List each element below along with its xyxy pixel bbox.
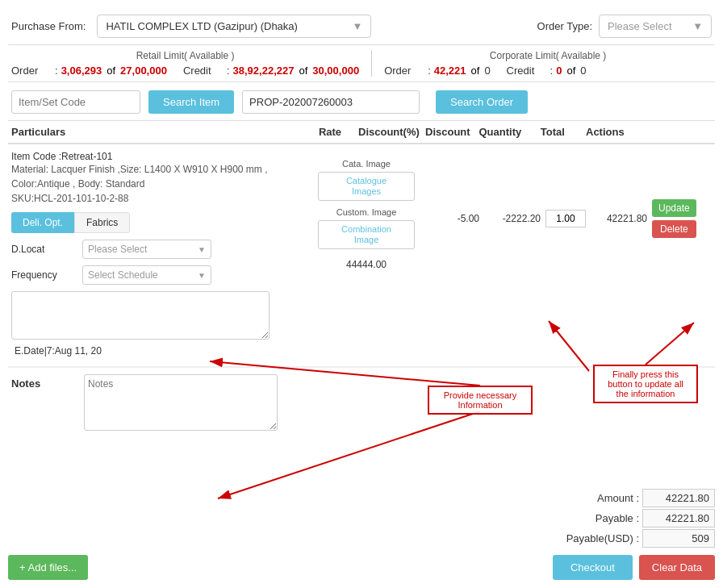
payable-label: Payable :	[558, 512, 639, 524]
combination-image-btn[interactable]: CombinationImage	[318, 220, 415, 249]
purchase-from-select[interactable]: HATIL COMPLEX LTD (Gazipur) (Dhaka) ▼	[97, 15, 371, 38]
dlocat-select[interactable]: Please Select ▼	[82, 240, 211, 259]
payable-usd-value: 509	[642, 529, 715, 548]
dlocat-arrow: ▼	[198, 245, 206, 254]
item-sku: SKU:HCL-201-101-10-2-88	[11, 191, 302, 206]
order-number-input[interactable]	[242, 90, 420, 114]
tab-fabrics[interactable]: Fabrics	[74, 212, 130, 233]
quantity-input[interactable]	[545, 210, 586, 227]
custom-image-label: Custom. Image	[336, 207, 397, 217]
col-header-total: Total	[524, 126, 581, 138]
search-order-button[interactable]: Search Order	[436, 90, 528, 114]
notes-textarea[interactable]	[84, 374, 278, 431]
amount-value: 42221.80	[642, 489, 715, 507]
frequency-label: Frequency	[11, 269, 76, 281]
item-code: Item Code :Retreat-101	[11, 151, 302, 162]
corp-limit-title: Corporate Limit( Available )	[384, 50, 712, 61]
item-row: Item Code :Retreat-101 Material: Lacquer…	[8, 144, 715, 367]
corp-credit-value: 0	[556, 65, 562, 77]
order-type-arrow: ▼	[692, 20, 703, 32]
dlocat-label: D.Locat	[11, 244, 76, 255]
checkout-button[interactable]: Checkout	[553, 555, 633, 580]
summary-section: Amount : 42221.80 Payable : 42221.80 Pay…	[521, 489, 715, 548]
purchase-select-arrow: ▼	[353, 20, 363, 32]
col-header-rate: Rate	[302, 126, 358, 138]
col-header-quantity: Quantity	[476, 126, 524, 138]
retail-credit-total: 30,00,000	[312, 65, 359, 77]
tab-deli-opt[interactable]: Deli. Opt.	[11, 212, 74, 233]
corp-credit-total: 0	[580, 65, 586, 77]
col-header-actions: Actions	[581, 126, 629, 138]
frequency-select[interactable]: Select Schedule ▼	[82, 265, 211, 285]
update-button[interactable]: Update	[652, 199, 696, 217]
payable-usd-label: Payable(USD) :	[558, 532, 639, 544]
col-header-particulars: Particulars	[11, 126, 302, 138]
notes-section: Notes	[8, 367, 715, 437]
corp-order-total: 0	[484, 65, 490, 77]
retail-order-total: 27,00,000	[120, 65, 167, 77]
search-item-button[interactable]: Search Item	[148, 90, 234, 114]
add-files-button[interactable]: + Add files...	[8, 555, 88, 580]
item-price: 44444.00	[346, 259, 387, 270]
item-color: Color:Antique , Body: Standard	[11, 177, 302, 191]
discount-value: -2222.20	[484, 213, 541, 224]
total-value: 42221.80	[591, 213, 647, 224]
item-material: Material: Lacquer Finish ,Size: L1400 X …	[11, 162, 302, 177]
catalogue-images-btn[interactable]: CatalogueImages	[318, 172, 415, 201]
delete-button[interactable]: Delete	[652, 220, 696, 238]
edate-row: E.Date|7:Aug 11, 20	[11, 342, 712, 360]
notes-label: Notes	[11, 374, 76, 390]
order-type-select[interactable]: Please Select ▼	[599, 15, 712, 38]
item-set-code-input[interactable]	[11, 90, 140, 114]
col-header-discount-pct: Discount(%)	[358, 126, 420, 138]
corp-order-value: 42,221	[434, 65, 466, 77]
clear-data-button[interactable]: Clear Data	[639, 555, 715, 580]
payable-value: 42221.80	[642, 509, 715, 528]
discount-pct-value: -5.00	[431, 213, 479, 224]
cata-image-label: Cata. Image	[342, 159, 391, 169]
purchase-from-label: Purchase From:	[11, 20, 86, 32]
item-notes-textarea[interactable]	[11, 291, 270, 340]
order-type-label: Order Type:	[537, 20, 592, 32]
retail-limit-title: Retail Limit( Available )	[11, 50, 359, 61]
amount-label: Amount :	[558, 492, 639, 504]
corp-credit-label: Credit	[507, 65, 547, 77]
col-header-discount: Discount	[420, 126, 476, 138]
retail-credit-value: 38,92,22,227	[233, 65, 295, 77]
retail-order-label: Order	[11, 65, 52, 77]
corp-order-label: Order	[384, 65, 424, 77]
retail-order-value: 3,06,293	[61, 65, 102, 77]
retail-credit-label: Credit	[183, 65, 224, 77]
frequency-arrow: ▼	[198, 271, 206, 280]
